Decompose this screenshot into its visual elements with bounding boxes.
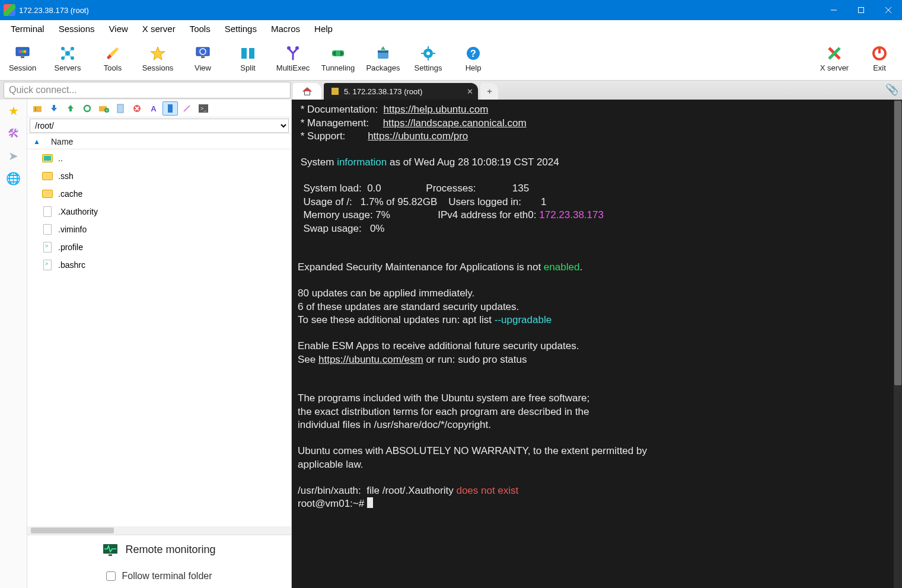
minimize-button[interactable] [820,0,847,20]
sftp-toolbar: + A >_ [27,100,291,117]
x-icon [825,44,843,62]
sftp-hscrollbar[interactable] [27,526,291,535]
follow-terminal-checkbox[interactable] [106,571,116,581]
term-line: individual files in /usr/share/doc/*/cop… [298,419,491,430]
sftp-panel: + A >_ /root/ ▲ Name .. .ssh .cache .Xau… [27,100,292,588]
menu-macros[interactable]: Macros [264,20,307,37]
svg-point-7 [24,50,27,53]
svg-rect-36 [421,53,423,54]
file-list-header[interactable]: ▲ Name [27,134,291,149]
menu-view[interactable]: View [102,20,135,37]
term-line: * Documentation: https://help.ubuntu.com [298,104,488,115]
menu-sessions[interactable]: Sessions [52,20,102,37]
svg-rect-22 [241,48,247,59]
sftp-bookmark-icon[interactable] [162,101,178,116]
maximize-button[interactable] [847,0,875,20]
folder-icon [42,172,53,180]
menu-help[interactable]: Help [307,20,340,37]
rail-favorites[interactable]: ★ [6,103,21,119]
tab-close-icon[interactable]: ✕ [467,87,473,96]
ribbon-xserver-label: X server [820,63,849,72]
term-line: 6 of these updates are standard security… [298,301,519,312]
gear-icon [419,44,437,62]
wrench-icon [104,44,122,62]
file-header-name: Name [51,137,73,146]
top-row: Quick connect... 5. 172.23.38.173 (root)… [0,81,902,100]
remote-monitoring-button[interactable]: Remote monitoring [27,535,291,564]
sftp-path-select[interactable]: /root/ [30,119,289,133]
tab-add[interactable]: ＋ [480,83,498,100]
tab-home[interactable] [293,83,321,100]
quick-connect-input[interactable]: Quick connect... [4,82,291,98]
sftp-wand-icon[interactable] [179,101,195,116]
term-line: The programs included with the Ubuntu sy… [298,392,589,404]
ribbon-tools[interactable]: Tools [90,37,135,80]
sftp-home-icon[interactable] [30,101,45,116]
sftp-newfolder-icon[interactable]: + [96,101,111,116]
ribbon-sessions[interactable]: Sessions [135,37,180,80]
menu-tools[interactable]: Tools [183,20,218,37]
shell-file-icon [43,242,52,253]
svg-marker-18 [151,47,165,60]
scrollbar-thumb[interactable] [894,101,901,385]
follow-terminal-label: Follow terminal folder [122,571,212,581]
ribbon-session-label: Session [9,63,36,72]
ribbon-servers[interactable]: Servers [45,37,90,80]
scrollbar-thumb[interactable] [31,528,114,533]
ribbon-settings[interactable]: Settings [406,37,451,80]
term-line: * Support: https://ubuntu.com/pro [298,130,468,142]
paperclip-icon[interactable]: 📎 [885,83,898,96]
sftp-delete-icon[interactable] [129,101,145,116]
quick-connect-placeholder: Quick connect... [9,85,77,95]
close-button[interactable] [875,0,902,20]
term-line: * Management: https://landscape.canonica… [298,117,527,129]
term-line: System load: 0.0 Processes: 135 [298,183,529,194]
menu-bar: Terminal Sessions View X server Tools Se… [0,20,902,37]
star-icon [149,44,167,62]
sftp-refresh-icon[interactable] [79,101,95,116]
svg-line-15 [68,49,72,53]
ribbon-view[interactable]: View [180,37,225,80]
ribbon-tunneling[interactable]: Tunneling [315,37,361,80]
svg-text:+: + [106,108,108,113]
sftp-terminal-icon[interactable]: >_ [196,101,211,116]
svg-point-51 [84,106,90,111]
sftp-upload-icon[interactable] [63,101,78,116]
ribbon-help[interactable]: ? Help [451,37,496,80]
tab-session-active[interactable]: 5. 172.23.38.173 (root) ✕ [324,83,478,100]
sftp-newfile-icon[interactable] [113,101,128,116]
term-line: Expanded Security Maintenance for Applic… [298,261,582,273]
rail-tools[interactable]: 🛠 [6,126,21,141]
remote-monitoring-label: Remote monitoring [125,544,215,556]
sftp-font-icon[interactable]: A [146,101,161,116]
tab-strip: 5. 172.23.38.173 (root) ✕ ＋ 📎 [293,81,902,100]
file-name: .. [58,154,63,163]
sftp-download-icon[interactable] [46,101,62,116]
list-item[interactable]: .cache [27,185,291,203]
list-item[interactable]: .bashrc [27,256,291,274]
list-item[interactable]: .. [27,149,291,167]
menu-settings[interactable]: Settings [218,20,264,37]
svg-point-33 [426,52,430,55]
file-name: .ssh [58,171,74,181]
ribbon-exit[interactable]: Exit [857,37,902,80]
rail-sftp[interactable]: 🌐 [6,171,21,186]
list-item[interactable]: .Xauthority [27,203,291,220]
ribbon-xserver[interactable]: X server [812,37,857,80]
ribbon-tools-label: Tools [104,63,122,72]
ribbon-packages[interactable]: Packages [361,37,406,80]
terminal-view[interactable]: * Documentation: https://help.ubuntu.com… [292,100,902,588]
term-line: applicable law. [298,459,364,470]
ribbon-session[interactable]: Session [0,37,45,80]
main-content: ★ 🛠 ➤ 🌐 + A >_ /root/ ▲ [0,100,902,588]
ribbon-multiexec[interactable]: MultiExec [270,37,315,80]
list-item[interactable]: .ssh [27,167,291,185]
terminal-vscrollbar[interactable] [894,100,902,588]
rail-macros[interactable]: ➤ [6,148,21,164]
app-icon [4,4,15,16]
list-item[interactable]: .profile [27,238,291,256]
list-item[interactable]: .viminfo [27,220,291,238]
menu-xserver[interactable]: X server [135,20,183,37]
menu-terminal[interactable]: Terminal [4,20,52,37]
ribbon-split[interactable]: Split [225,37,270,80]
